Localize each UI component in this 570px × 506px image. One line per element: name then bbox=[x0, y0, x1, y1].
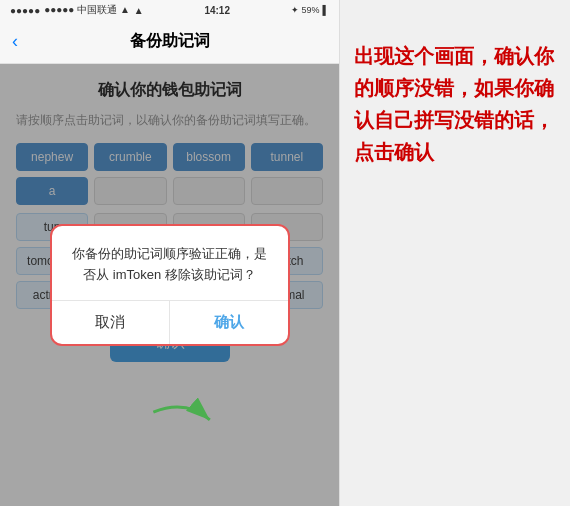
signal-icon: ●●●●● bbox=[10, 5, 40, 16]
dialog-ok-button[interactable]: 确认 bbox=[170, 301, 288, 344]
status-right: ✦ 59% ▌ bbox=[291, 5, 329, 15]
dialog-actions: 取消 确认 bbox=[52, 300, 288, 344]
nav-bar: ‹ 备份助记词 bbox=[0, 20, 339, 64]
dialog-body: 你备份的助记词顺序验证正确，是否从 imToken 移除该助记词？ bbox=[52, 226, 288, 300]
dialog-cancel-button[interactable]: 取消 bbox=[52, 301, 171, 344]
back-button[interactable]: ‹ bbox=[12, 31, 18, 52]
status-bar: ●●●●● ●●●●● 中国联通 ▲ ▲ 14:12 ✦ 59% ▌ bbox=[0, 0, 339, 20]
dialog-overlay: 你备份的助记词顺序验证正确，是否从 imToken 移除该助记词？ 取消 确认 bbox=[0, 64, 339, 506]
battery-level: 59% bbox=[302, 5, 320, 15]
annotation-panel: 出现这个画面，确认你的顺序没错，如果你确认自己拼写没错的话，点击确认 bbox=[340, 0, 570, 506]
status-left: ●●●●● ●●●●● 中国联通 ▲ ▲ bbox=[10, 3, 144, 17]
status-time: 14:12 bbox=[204, 5, 230, 16]
carrier-name: ●●●●● 中国联通 ▲ bbox=[44, 3, 130, 17]
nav-title: 备份助记词 bbox=[130, 31, 210, 52]
phone-screen: ●●●●● ●●●●● 中国联通 ▲ ▲ 14:12 ✦ 59% ▌ ‹ 备份助… bbox=[0, 0, 340, 506]
confirmation-dialog: 你备份的助记词顺序验证正确，是否从 imToken 移除该助记词？ 取消 确认 bbox=[50, 224, 290, 346]
main-content: 确认你的钱包助记词 请按顺序点击助记词，以确认你的备份助记词填写正确。 neph… bbox=[0, 64, 339, 506]
arrow-indicator bbox=[155, 392, 215, 446]
annotation-text: 出现这个画面，确认你的顺序没错，如果你确认自己拼写没错的话，点击确认 bbox=[354, 40, 556, 168]
battery-icon: ▌ bbox=[323, 5, 329, 15]
bluetooth-icon: ✦ bbox=[291, 5, 299, 15]
wifi-icon: ▲ bbox=[134, 5, 144, 16]
dialog-message: 你备份的助记词顺序验证正确，是否从 imToken 移除该助记词？ bbox=[68, 244, 272, 286]
